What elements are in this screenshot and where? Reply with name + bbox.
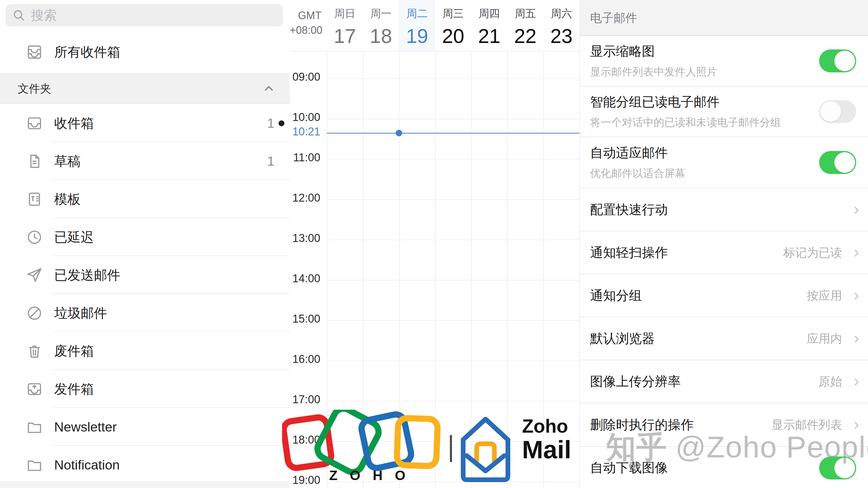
all-inbox-icon <box>26 43 43 61</box>
toggle-switch[interactable] <box>819 100 856 123</box>
folder-label: 草稿 <box>54 153 81 170</box>
setting-notification-swipe[interactable]: 通知轻扫操作 标记为已读 › <box>580 231 868 274</box>
search-bar[interactable] <box>6 4 283 27</box>
hour-label: 09:00 <box>290 71 320 83</box>
sidebar-item-all-inboxes[interactable]: 所有收件箱 <box>0 33 316 71</box>
folder-label: 发件箱 <box>54 380 94 398</box>
folder-label: Newsletter <box>54 419 117 435</box>
setting-value: 按应用 <box>807 288 842 304</box>
folder-label: 废件箱 <box>54 342 94 360</box>
toggle-switch[interactable] <box>819 50 856 72</box>
unread-dot <box>279 120 284 126</box>
setting-auto-fit-email[interactable]: 自动适应邮件 优化邮件以适合屏幕 <box>580 137 868 188</box>
sidebar-item-inbox[interactable]: 收件箱 1 <box>0 104 290 142</box>
day-header-today[interactable]: 周二 19 <box>399 0 435 51</box>
grid-hline <box>327 239 580 240</box>
setting-value: 标记为已读 <box>783 245 842 261</box>
day-header[interactable]: 周四 21 <box>471 0 507 51</box>
setting-show-thumbnails[interactable]: 显示缩略图 显示邮件列表中发件人照片 <box>580 36 868 87</box>
chevron-right-icon: › <box>854 371 859 390</box>
spam-icon <box>26 305 43 322</box>
trash-icon <box>26 343 43 360</box>
chevron-right-icon: › <box>854 199 859 218</box>
grid-hline <box>327 199 580 200</box>
setting-smart-group-read[interactable]: 智能分组已读电子邮件 将一个对话中的已读和未读电子邮件分组 <box>580 87 868 137</box>
day-header[interactable]: 周六 23 <box>543 0 580 51</box>
folder-icon <box>26 419 43 435</box>
setting-image-upload-resolution[interactable]: 图像上传分辨率 原始 › <box>580 360 868 403</box>
toggle-switch[interactable] <box>819 151 856 174</box>
current-time-dot <box>396 130 402 136</box>
watermark-handle: @Zoho People <box>676 430 868 464</box>
setting-quick-actions[interactable]: 配置快速行动 › <box>580 188 868 231</box>
zhihu-watermark: 知乎@Zoho People <box>606 427 868 468</box>
current-time-label: 10:21 <box>290 125 320 138</box>
clock-icon <box>26 229 43 246</box>
unread-count: 1 <box>267 116 274 131</box>
toggle-knob <box>820 101 841 122</box>
grid-top-line <box>290 51 580 52</box>
paper-plane-icon <box>26 267 43 284</box>
sidebar-item-newsletter[interactable]: Newsletter <box>0 408 290 446</box>
sidebar-item-templates[interactable]: 模板 <box>0 180 290 218</box>
search-input[interactable] <box>30 8 277 23</box>
grid-hline <box>327 119 580 119</box>
mail-sidebar: 所有收件箱 文件夹 收件箱 1 <box>0 0 290 488</box>
hour-label: 16:00 <box>290 353 320 365</box>
folder-label: 已延迟 <box>54 228 94 246</box>
day-header[interactable]: 周五 22 <box>507 0 544 51</box>
email-settings-panel: 电子邮件 显示缩略图 显示邮件列表中发件人照片 智能分组已读电子邮件 将一个对话… <box>580 0 868 488</box>
grid-hline <box>327 280 580 281</box>
toggle-knob <box>834 152 855 173</box>
current-time-line <box>327 133 580 134</box>
setting-default-browser[interactable]: 默认浏览器 应用内 › <box>580 317 868 360</box>
sidebar-item-notification[interactable]: Notification <box>0 446 290 484</box>
sidebar-item-outbox[interactable]: 发件箱 <box>0 370 290 408</box>
day-header[interactable]: 周一 18 <box>363 0 399 51</box>
inbox-icon <box>26 115 43 132</box>
folders-section-label: 文件夹 <box>18 81 51 96</box>
outbox-icon <box>26 381 43 398</box>
sidebar-item-trash[interactable]: 废件箱 <box>0 332 290 370</box>
day-header[interactable]: 周日 17 <box>327 0 363 51</box>
sidebar-item-sent[interactable]: 已发送邮件 <box>0 256 290 294</box>
grid-hline <box>327 78 580 79</box>
hour-label: 12:00 <box>290 192 320 204</box>
grid-hline <box>327 159 580 160</box>
settings-header-title: 电子邮件 <box>590 10 637 26</box>
grid-hline <box>327 361 580 361</box>
hour-label: 17:00 <box>290 393 320 406</box>
folder-label: 模板 <box>54 190 81 208</box>
sidebar-item-drafts[interactable]: 草稿 1 <box>0 142 290 180</box>
sidebar-item-snoozed[interactable]: 已延迟 <box>0 218 290 256</box>
chevron-right-icon: › <box>854 242 859 261</box>
setting-value: 原始 <box>818 373 842 390</box>
watermark-brand: 知乎 <box>606 430 667 464</box>
timezone-label: GMT +08:00 <box>290 8 321 38</box>
setting-value: 应用内 <box>807 330 842 347</box>
draft-icon <box>26 153 43 170</box>
chevron-right-icon: › <box>854 328 859 347</box>
day-header[interactable]: 周三 20 <box>435 0 471 51</box>
zoho-letters: ZOHO <box>329 467 418 483</box>
grid-hline <box>327 401 580 401</box>
hour-label: 10:00 <box>290 111 320 124</box>
setting-notification-grouping[interactable]: 通知分组 按应用 › <box>580 274 868 317</box>
unread-count: 1 <box>267 154 274 169</box>
zoho-logo: ZOHO Zoho Mail <box>282 410 580 488</box>
settings-header: 电子邮件 <box>580 0 868 36</box>
search-icon <box>12 8 26 22</box>
folders-section-header[interactable]: 文件夹 <box>0 73 290 104</box>
zoho-mail-wordmark: Zoho Mail <box>522 417 571 462</box>
folder-label: Notification <box>54 457 120 473</box>
grid-hline <box>327 320 580 321</box>
zoho-mail-envelope-icon <box>460 416 511 483</box>
sidebar-item-spam[interactable]: 垃圾邮件 <box>0 294 290 332</box>
hour-label: 11:00 <box>290 151 320 164</box>
template-icon <box>26 191 43 208</box>
logo-divider <box>450 435 452 462</box>
toggle-knob <box>834 51 855 71</box>
chevron-up-icon[interactable] <box>262 82 276 95</box>
sidebar-item-label: 所有收件箱 <box>54 43 120 61</box>
day-header-row: 周日 17 周一 18 周二 19 周三 20 周四 21 周五 22 周六 2… <box>327 0 580 51</box>
